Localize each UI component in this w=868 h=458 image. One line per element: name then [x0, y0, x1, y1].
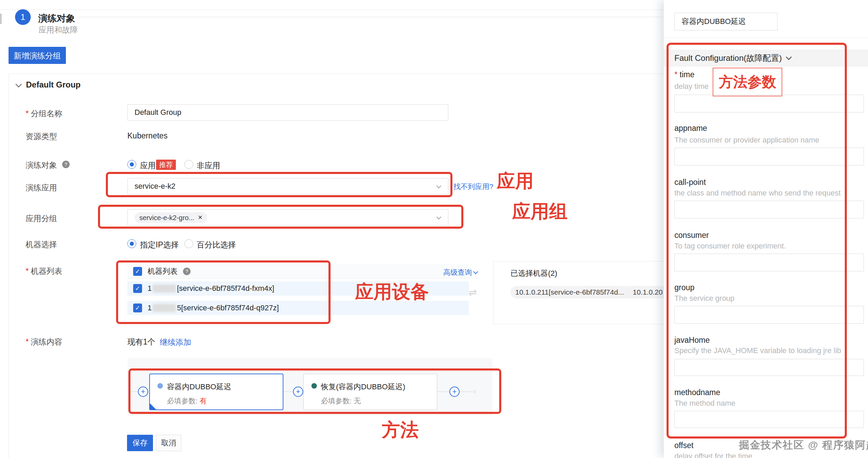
annotation-app-devices: 应用设备	[355, 280, 429, 305]
watermark: 掘金技术社区 @ 程序猿阿越	[739, 438, 868, 452]
fault-config-drawer: 容器内DUBBO延迟 Fault Configuration(故障配置) tim…	[664, 0, 868, 458]
add-drill-group-button[interactable]: 新增演练分组	[9, 47, 66, 64]
drill-content-count: 现有1个	[127, 337, 155, 347]
selected-machine-tag: 10.1.0.211[service-e-6bf785f74d... ✕	[510, 286, 637, 298]
field-consumer-input[interactable]	[674, 254, 864, 271]
chevron-down-icon	[786, 54, 792, 60]
cannot-find-app-link[interactable]: 找不到应用?	[453, 182, 493, 191]
flow-line	[437, 391, 449, 392]
annotation-method-params: 方法参数	[719, 72, 776, 92]
left-edge-notch	[0, 14, 2, 24]
machine-row-text: 15[service-e-6bf785f74d-q927z]	[148, 304, 279, 312]
transfer-icon: ⇌	[468, 286, 477, 298]
field-consumer-desc: To tag consumer role experiment.	[674, 242, 786, 251]
radio-app[interactable]	[127, 160, 136, 169]
add-node-button[interactable]: +	[293, 387, 303, 397]
machine-checkbox[interactable]: ✓	[133, 284, 142, 293]
fault-node-param: 必填参数: 有	[167, 396, 207, 406]
field-appname-desc: The consumer or provider application nam…	[674, 136, 819, 145]
field-offset-label: offset	[674, 441, 694, 450]
machine-mode-label: 机器选择	[26, 239, 57, 250]
node-status-dot	[157, 383, 163, 389]
node-status-dot	[311, 383, 317, 389]
machine-list-help-icon[interactable]: ?	[183, 268, 191, 275]
field-call-point-desc: the class and method name who send the r…	[674, 189, 841, 198]
fault-node-card[interactable]: 容器内DUBBO延迟 必填参数: 有	[149, 374, 283, 410]
flow-arrow-icon: ›	[473, 387, 476, 396]
selected-machines-title: 已选择机器(2)	[510, 268, 557, 279]
field-time-label: time	[674, 70, 695, 79]
add-node-button[interactable]: +	[449, 387, 460, 397]
field-group-desc: The service group	[674, 294, 734, 303]
add-more-link[interactable]: 继续添加	[160, 337, 191, 348]
annotation-box-method-params: 方法参数	[713, 68, 782, 96]
machine-checkbox[interactable]: ✓	[133, 304, 142, 312]
radio-non-app-label[interactable]: 非应用	[197, 160, 220, 171]
step-subtitle: 应用和故障	[39, 25, 78, 35]
machine-row-text: 1[service-e-6bf785f74d-fxm4x]	[148, 284, 274, 293]
selected-machines-panel: 已选择机器(2) 10.1.0.211[service-e-6bf785f74d…	[493, 261, 671, 324]
machine-table-header-label: 机器列表	[148, 266, 178, 277]
recommended-badge: 推荐	[156, 160, 176, 170]
add-node-button[interactable]: +	[138, 387, 148, 397]
flow-line	[128, 391, 138, 392]
drill-target-label: 演练对象	[26, 160, 57, 171]
field-methodname-desc: The method name	[674, 399, 736, 408]
fault-config-section-header[interactable]: Fault Configuration(故障配置)	[664, 50, 868, 67]
annotation-app: 应用	[497, 169, 534, 194]
field-javahome-desc: Specify the JAVA_HOME variable to loadin…	[674, 346, 841, 355]
recover-node-card[interactable]: 恢复(容器内DUBBO延迟) 必填参数: 无	[303, 374, 437, 410]
recover-node-title: 恢复(容器内DUBBO延迟)	[321, 382, 405, 392]
group-name-input[interactable]: Default Group	[127, 104, 448, 121]
fault-config-section-title: Fault Configuration(故障配置)	[674, 53, 782, 64]
radio-non-app[interactable]	[184, 160, 193, 169]
field-time-input[interactable]	[674, 95, 864, 112]
field-methodname-label: methodname	[674, 388, 720, 397]
drill-content-label: 演练内容	[26, 337, 62, 347]
selected-fold-marker	[150, 403, 156, 409]
drill-app-label: 演练应用	[26, 183, 57, 193]
blurred-ip	[153, 284, 176, 293]
drawer-title-box: 容器内DUBBO延迟	[674, 13, 778, 30]
cancel-button[interactable]: 取消	[156, 435, 181, 451]
machine-table-header: ✓ 机器列表 ?	[127, 264, 469, 279]
radio-percent-select[interactable]	[184, 239, 193, 248]
drill-app-select[interactable]: service-e-k2	[127, 178, 448, 194]
resource-type-value: Kubernetes	[127, 131, 168, 140]
field-group-input[interactable]	[674, 306, 864, 324]
drill-app-value: service-e-k2	[128, 178, 448, 194]
field-javahome-label: javaHome	[674, 336, 710, 345]
resource-type-label: 资源类型	[26, 131, 57, 142]
blurred-ip	[153, 304, 176, 312]
step-number-badge: 1	[15, 9, 31, 25]
save-button[interactable]: 保存	[127, 435, 153, 451]
group-name-label: 分组名称	[26, 108, 62, 119]
field-call-point-input[interactable]	[674, 201, 864, 218]
field-group-label: group	[674, 283, 695, 292]
field-methodname-input[interactable]	[674, 411, 864, 428]
app-group-tag-text: service-e-k2-gro...	[139, 212, 194, 223]
select-all-checkbox[interactable]: ✓	[133, 267, 142, 276]
field-appname-input[interactable]	[674, 148, 864, 165]
radio-ip-select-label[interactable]: 指定IP选择	[140, 240, 179, 250]
close-icon[interactable]: ✕	[198, 212, 202, 223]
field-offset-desc: delay offset for the time	[674, 452, 752, 458]
drawer-divider	[664, 38, 868, 38]
field-consumer-label: consumer	[674, 231, 709, 240]
annotation-method: 方法	[382, 418, 419, 443]
app-group-select[interactable]: service-e-k2-gro... ✕	[127, 209, 448, 226]
annotation-app-group: 应用组	[512, 199, 568, 224]
step-connector-line	[78, 17, 662, 17]
radio-percent-select-label[interactable]: 百分比选择	[197, 240, 236, 250]
field-appname-label: appname	[674, 124, 707, 133]
advanced-query-link[interactable]: 高级查询	[443, 268, 472, 277]
drill-target-help-icon[interactable]: ?	[62, 161, 70, 168]
chevron-down-icon	[436, 215, 441, 219]
radio-ip-select[interactable]	[127, 239, 136, 248]
selected-machine-tag: 10.1.0.20	[628, 286, 668, 298]
app-group-label: 应用分组	[26, 213, 57, 224]
step-title: 演练对象	[38, 12, 75, 25]
radio-app-label[interactable]: 应用	[140, 160, 156, 171]
machine-list-label: 机器列表	[26, 266, 62, 277]
field-javahome-input[interactable]	[674, 359, 864, 376]
